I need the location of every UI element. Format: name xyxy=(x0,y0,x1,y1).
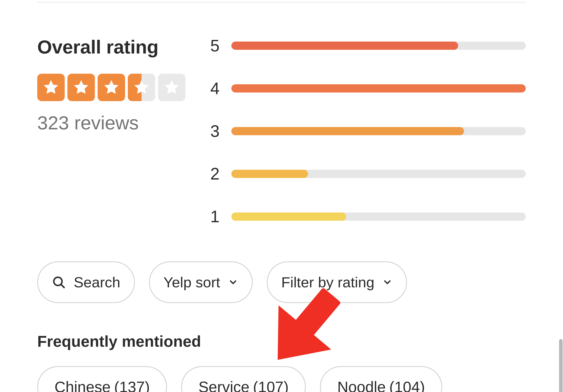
rating-bar-fill xyxy=(231,41,458,50)
rating-bar-label: 2 xyxy=(208,164,219,183)
tag-noodle[interactable]: Noodle (104) xyxy=(320,366,442,392)
tag-label: Service xyxy=(198,378,249,392)
review-count: 323 reviews xyxy=(37,112,190,134)
rating-bar-track xyxy=(231,127,526,135)
rating-bar-track xyxy=(231,41,526,50)
star-rating xyxy=(37,74,190,101)
star-icon xyxy=(42,79,60,96)
star-2 xyxy=(67,74,95,101)
filter-label: Filter by rating xyxy=(281,274,374,291)
rating-distribution-chart: 5 4 3 2 xyxy=(208,36,526,226)
star-icon xyxy=(163,79,180,96)
frequent-mentions-tags: Chinese (137) Service (107) Noodle (104) xyxy=(37,366,526,392)
tag-label: Noodle xyxy=(337,378,386,392)
star-icon xyxy=(133,79,150,96)
rating-bar-4[interactable]: 4 xyxy=(208,79,526,98)
chevron-down-icon xyxy=(382,277,392,287)
chevron-down-icon xyxy=(228,277,238,287)
search-button[interactable]: Search xyxy=(37,262,135,303)
tag-chinese[interactable]: Chinese (137) xyxy=(37,366,167,392)
rating-bar-label: 1 xyxy=(208,207,219,226)
sort-label: Yelp sort xyxy=(164,274,220,291)
rating-bar-track xyxy=(231,213,526,221)
rating-title: Overall rating xyxy=(37,36,190,58)
rating-bar-label: 4 xyxy=(208,79,219,98)
star-4-half xyxy=(128,74,155,101)
tag-service[interactable]: Service (107) xyxy=(181,366,306,392)
tag-count: (104) xyxy=(389,378,425,392)
divider xyxy=(37,2,526,3)
svg-line-1 xyxy=(61,284,64,288)
rating-bar-3[interactable]: 3 xyxy=(208,122,526,141)
star-icon xyxy=(102,79,120,96)
rating-bar-fill xyxy=(231,84,526,92)
rating-bar-fill xyxy=(231,127,464,135)
search-icon xyxy=(52,275,66,289)
rating-bar-1[interactable]: 1 xyxy=(208,207,526,226)
tag-count: (137) xyxy=(114,378,150,392)
star-3 xyxy=(98,74,125,101)
review-controls: Search Yelp sort Filter by rating xyxy=(37,262,526,303)
rating-bar-label: 3 xyxy=(208,122,219,141)
rating-summary: Overall rating 323 reviews xyxy=(37,36,190,134)
reviews-panel: Overall rating 323 reviews xyxy=(0,2,563,392)
rating-section: Overall rating 323 reviews xyxy=(37,36,526,226)
rating-bar-fill xyxy=(231,170,308,178)
rating-bar-track xyxy=(231,84,526,92)
star-icon xyxy=(72,79,90,96)
rating-bar-label: 5 xyxy=(208,36,219,55)
search-label: Search xyxy=(74,274,120,291)
star-1 xyxy=(37,74,65,101)
rating-bar-track xyxy=(231,170,526,178)
filter-dropdown[interactable]: Filter by rating xyxy=(267,262,407,303)
star-5-empty xyxy=(158,74,185,101)
scrollbar-thumb[interactable] xyxy=(559,339,563,392)
rating-bar-2[interactable]: 2 xyxy=(208,164,526,183)
tag-label: Chinese xyxy=(54,378,111,392)
sort-dropdown[interactable]: Yelp sort xyxy=(149,262,253,303)
rating-bar-fill xyxy=(231,213,346,221)
rating-bar-5[interactable]: 5 xyxy=(208,36,526,55)
frequent-mentions-title: Frequently mentioned xyxy=(37,332,526,351)
tag-count: (107) xyxy=(253,378,289,392)
